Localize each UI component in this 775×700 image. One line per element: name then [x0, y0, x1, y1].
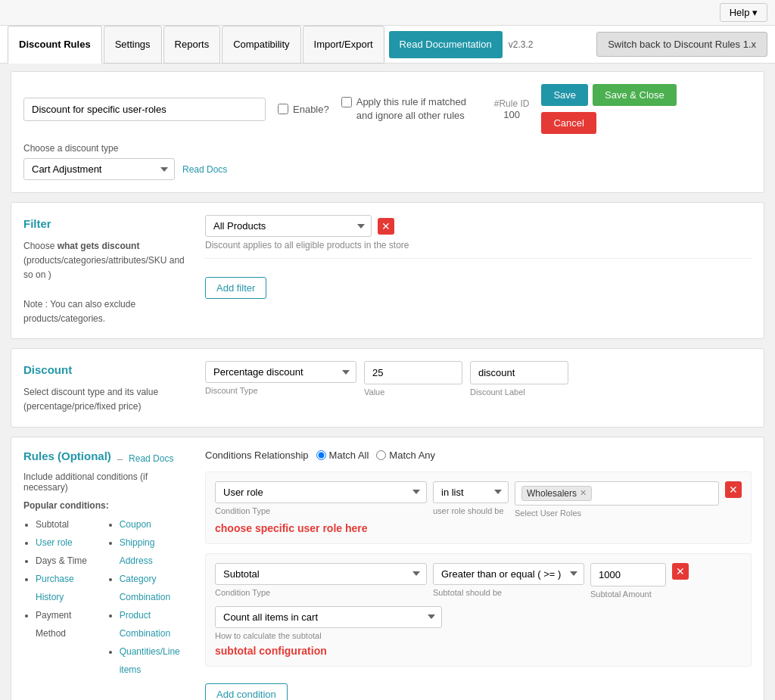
save-close-button[interactable]: Save & Close: [593, 84, 677, 106]
discount-value-label: Value: [364, 387, 462, 397]
enable-checkbox[interactable]: [278, 104, 288, 114]
tab-settings[interactable]: Settings: [104, 26, 162, 64]
discount-label-field-label: Discount Label: [470, 387, 568, 397]
add-filter-button[interactable]: Add filter: [205, 277, 266, 299]
discount-card: Discount Select discount type and its va…: [11, 348, 764, 427]
cond-subtotal: Subtotal: [36, 515, 89, 534]
condition2-type-select[interactable]: Subtotal User role Cart Total: [215, 563, 427, 585]
apply-checkbox[interactable]: [341, 97, 352, 107]
match-any-text: Match Any: [389, 450, 435, 461]
discount-type-select[interactable]: Cart Adjustment Percentage Discount Fixe…: [23, 158, 175, 180]
condition1-type-label: Condition Type: [215, 506, 427, 515]
tab-read-documentation[interactable]: Read Documentation: [389, 31, 503, 58]
rule-id-label: #Rule ID: [494, 98, 530, 109]
filter-remove-button[interactable]: ✕: [378, 218, 394, 235]
conditions-list: Subtotal User role Days & Time Purchase …: [23, 515, 190, 679]
cond-payment-method: Payment Method: [36, 606, 89, 642]
discount-description: Select discount type and its value (perc…: [23, 385, 190, 414]
condition2-operator-select[interactable]: Greater than or equal ( >= ) Less than E…: [433, 563, 584, 585]
condition1-operator-label: user role should be: [433, 506, 509, 515]
nav-bar: Discount Rules Settings Reports Compatib…: [0, 26, 775, 64]
cancel-button[interactable]: Cancel: [541, 112, 596, 134]
match-all-label[interactable]: Match All: [316, 450, 369, 461]
condition1-roles-label: Select User Roles: [515, 509, 719, 518]
rule-name-input[interactable]: [23, 98, 266, 121]
popular-conditions-label: Popular conditions:: [23, 500, 190, 511]
save-button[interactable]: Save: [541, 84, 588, 106]
filter-type-select[interactable]: All Products Specific Products Product C…: [205, 215, 372, 237]
tab-discount-rules[interactable]: Discount Rules: [8, 26, 102, 64]
discount-title: Discount: [23, 361, 190, 379]
match-all-radio[interactable]: [316, 450, 326, 460]
condition2-subtotal-label: Subtotal should be: [433, 588, 584, 597]
wholesalers-tag-remove[interactable]: ✕: [580, 488, 587, 498]
condition2-annotation: subtotal configuration: [215, 645, 742, 657]
wholesalers-tag: Wholesalers ✕: [521, 486, 592, 501]
discount-type-select2[interactable]: Percentage discount Fixed Discount Fixed…: [205, 361, 356, 383]
tab-reports[interactable]: Reports: [163, 26, 221, 64]
rule-name-card: Enable? Apply this rule if matched and i…: [11, 71, 764, 193]
cond-product-combination: Product Combination: [120, 606, 190, 642]
match-any-radio[interactable]: [376, 450, 386, 460]
cond-purchase-history: Purchase History: [36, 570, 89, 606]
rules-read-docs-link[interactable]: Read Docs: [129, 453, 173, 464]
cond-category-combination: Category Combination: [120, 570, 190, 606]
discount-label-input[interactable]: [470, 361, 568, 384]
tab-import-export[interactable]: Import/Export: [303, 26, 384, 64]
rules-card: Rules (Optional) – Read Docs Include add…: [11, 437, 764, 701]
conditions-relationship: Conditions Relationship Match All Match …: [205, 450, 752, 461]
version-badge: v2.3.2: [509, 39, 534, 50]
cond-days-time: Days & Time: [36, 552, 89, 570]
conditions-rel-label: Conditions Relationship: [205, 450, 309, 461]
discount-type-label: Choose a discount type: [23, 143, 752, 154]
rules-optional-label: –: [117, 453, 123, 465]
apply-label: Apply this rule if matched and ignore al…: [356, 95, 478, 123]
wholesalers-tag-text: Wholesalers: [527, 488, 577, 499]
filter-title: Filter: [23, 215, 190, 233]
rules-title: Rules (Optional): [23, 450, 111, 462]
cond-coupon: Coupon: [120, 515, 190, 534]
discount-value-input[interactable]: [364, 361, 462, 384]
action-buttons: Save Save & Close Cancel: [541, 84, 676, 134]
cond-quantities: Quantities/Line items: [120, 642, 190, 679]
rule-id-value: 100: [494, 109, 530, 120]
tab-compatibility[interactable]: Compatibility: [222, 26, 300, 64]
add-condition-button[interactable]: Add condition: [205, 683, 288, 701]
condition2-amount-input[interactable]: [590, 563, 666, 586]
condition2-type-label: Condition Type: [215, 588, 427, 597]
enable-label: Enable?: [293, 104, 329, 115]
rules-desc: Include additional conditions (if necess…: [23, 471, 190, 493]
condition2-remove-button[interactable]: ✕: [672, 563, 689, 580]
condition1-operator-select[interactable]: in list not in list: [433, 481, 509, 503]
cond-user-role: User role: [36, 534, 89, 552]
condition-row-1: User role Subtotal Cart Total Coupon Con…: [205, 471, 752, 544]
condition2-how-label: How to calculate the subtotal: [215, 631, 742, 640]
condition-row-2: Subtotal User role Cart Total Condition …: [205, 553, 752, 667]
match-all-text: Match All: [329, 450, 369, 461]
condition1-remove-button[interactable]: ✕: [725, 481, 742, 498]
filter-all-products-desc: Discount applies to all eligible product…: [205, 240, 752, 250]
condition1-annotation: choose specific user role here: [215, 522, 742, 534]
switch-back-button[interactable]: Switch back to Discount Rules 1.x: [596, 32, 767, 57]
match-any-label[interactable]: Match Any: [376, 450, 435, 461]
discount-type-section: Choose a discount type Cart Adjustment P…: [23, 143, 752, 180]
filter-card: Filter Choose what gets discount (produc…: [11, 202, 764, 339]
help-button[interactable]: Help ▾: [720, 3, 767, 22]
condition2-amount-label: Subtotal Amount: [590, 590, 666, 599]
read-docs-link[interactable]: Read Docs: [182, 164, 227, 175]
cond-shipping-address: Shipping Address: [120, 534, 190, 570]
condition2-how-select[interactable]: Count all items in cart Count unique ite…: [215, 606, 442, 628]
subtotal-how-section: Count all items in cart Count unique ite…: [215, 606, 742, 640]
filter-description: Choose what gets discount (products/cate…: [23, 239, 190, 326]
discount-type-field-label: Discount Type: [205, 386, 356, 395]
condition1-type-select[interactable]: User role Subtotal Cart Total Coupon: [215, 481, 427, 503]
user-roles-input[interactable]: Wholesalers ✕: [515, 481, 719, 506]
